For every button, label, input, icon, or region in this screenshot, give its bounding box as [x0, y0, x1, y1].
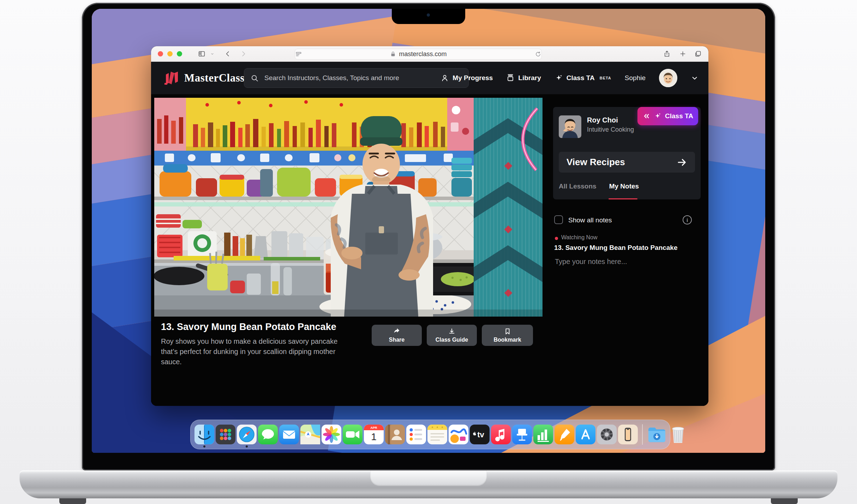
macbook-photo: Safari File Edit View History Bookmarks …: [0, 0, 857, 504]
dock-calendar-icon[interactable]: APR1: [364, 425, 384, 444]
share-arrow-icon: [393, 328, 401, 335]
share-icon[interactable]: [661, 49, 673, 59]
close-window-button[interactable]: [158, 51, 163, 56]
show-all-notes-label: Show all notes: [568, 216, 612, 224]
dock-app-store-icon[interactable]: [576, 425, 595, 444]
class-name: Intuitive Cooking: [587, 126, 634, 133]
share-button[interactable]: Share: [372, 325, 422, 346]
dock-maps-icon[interactable]: [300, 425, 320, 444]
safari-toolbar: masterclass.com: [151, 46, 708, 62]
site-search[interactable]: [244, 68, 469, 88]
address-bar[interactable]: masterclass.com: [295, 49, 542, 60]
svg-text:tv: tv: [477, 430, 484, 439]
lesson-video[interactable]: [154, 98, 543, 317]
chevron-down-icon[interactable]: [691, 74, 699, 82]
dock-tv-icon[interactable]: tv: [470, 425, 490, 444]
tab-overview-icon[interactable]: [692, 49, 704, 59]
laptop-screen: Safari File Edit View History Bookmarks …: [92, 9, 765, 453]
dock-messages-icon[interactable]: [258, 425, 278, 444]
dock-iphone-mirroring-icon[interactable]: [618, 425, 638, 444]
dock-numbers-icon[interactable]: [533, 425, 553, 444]
view-recipes-button[interactable]: View Recipes: [559, 152, 695, 173]
svg-text:1: 1: [371, 431, 377, 442]
forward-button[interactable]: [237, 49, 249, 59]
instructor-photo: [559, 115, 581, 138]
masterclass-logo-icon[interactable]: [164, 71, 180, 85]
dock-safari-icon[interactable]: [237, 425, 257, 444]
sidebar-icon[interactable]: [196, 49, 208, 59]
sparkle-icon: [654, 112, 661, 120]
dock-launchpad-icon[interactable]: [216, 425, 235, 444]
lesson-page: Roy Choi Intuitive Cooking Class TA View…: [151, 94, 708, 406]
dock-separator: [642, 424, 643, 445]
new-tab-icon[interactable]: [677, 49, 689, 59]
search-icon: [251, 74, 259, 82]
active-tab-underline: [609, 198, 637, 199]
lesson-description: Roy shows you how to make a delicious sa…: [161, 336, 352, 367]
lid-scoop: [370, 470, 487, 486]
laptop-bezel: Safari File Edit View History Bookmarks …: [82, 3, 775, 470]
info-icon[interactable]: i: [683, 215, 692, 224]
dock-pages-icon[interactable]: [555, 425, 574, 444]
dock-system-settings-icon[interactable]: [597, 425, 617, 444]
dock-freeform-icon[interactable]: [449, 425, 468, 444]
dock-facetime-icon[interactable]: [343, 425, 362, 444]
notes-input[interactable]: [554, 257, 688, 266]
tab-my-notes[interactable]: My Notes: [609, 182, 639, 194]
instructor-name: Roy Choi: [587, 116, 618, 124]
search-input[interactable]: [264, 74, 462, 82]
lesson-title: 13. Savory Mung Bean Potato Pancake: [161, 322, 336, 332]
reader-view-icon[interactable]: [295, 51, 302, 58]
nav-my-progress[interactable]: My Progress: [441, 74, 493, 82]
sidebar-chevron-icon[interactable]: [208, 49, 217, 59]
zoom-window-button[interactable]: [177, 51, 182, 56]
masterclass-header: MasterClass My Progress Library: [151, 62, 708, 94]
dock-finder-icon[interactable]: [194, 425, 214, 444]
class-ta-panel: Roy Choi Intuitive Cooking Class TA View…: [553, 107, 701, 199]
camera-dot: [427, 13, 430, 17]
watching-now-label: Watching Now: [561, 234, 598, 241]
person-icon: [441, 74, 449, 82]
collapse-chevrons-icon: [642, 112, 650, 120]
download-icon: [448, 328, 456, 335]
sparkle-icon: [555, 74, 563, 82]
bookmark-button[interactable]: Bookmark: [482, 325, 533, 346]
dock-downloads-icon[interactable]: [647, 425, 667, 444]
show-all-notes-checkbox[interactable]: [554, 215, 563, 224]
tab-all-lessons[interactable]: All Lessons: [559, 182, 597, 194]
lock-icon: [390, 51, 396, 57]
dock-mail-icon[interactable]: [279, 425, 299, 444]
svg-text:APR: APR: [370, 426, 377, 430]
minimize-window-button[interactable]: [167, 51, 173, 56]
avatar[interactable]: [659, 69, 677, 87]
bookmark-icon: [504, 328, 511, 335]
beta-badge: BETA: [600, 76, 611, 80]
panel-tabs: All Lessons My Notes: [559, 182, 639, 194]
dock-trash-icon[interactable]: [668, 425, 688, 444]
running-indicator: [246, 445, 248, 448]
nav-library[interactable]: Library: [506, 74, 541, 82]
user-name: Sophie: [625, 74, 646, 82]
masterclass-wordmark[interactable]: MasterClass: [184, 72, 245, 84]
dock-keynote-icon[interactable]: [512, 425, 532, 444]
laptop-base: [19, 470, 838, 498]
dock-notes-icon[interactable]: [427, 425, 447, 444]
display-notch: [392, 9, 465, 24]
dock: APR1 tv: [190, 420, 670, 449]
class-ta-button[interactable]: Class TA: [637, 107, 698, 125]
panel-lesson-title: 13. Savory Mung Bean Potato Pancake: [554, 244, 678, 252]
dock-music-icon[interactable]: [491, 425, 511, 444]
class-guide-button[interactable]: Class Guide: [427, 325, 477, 346]
back-button[interactable]: [222, 49, 234, 59]
running-indicator: [203, 445, 205, 448]
safari-window: masterclass.com: [151, 46, 708, 406]
reload-icon[interactable]: [535, 51, 541, 58]
url-text: masterclass.com: [399, 50, 447, 58]
dock-reminders-icon[interactable]: [406, 425, 426, 444]
library-icon: [506, 74, 515, 82]
watching-now-dot: [555, 237, 558, 240]
arrow-right-icon: [677, 157, 687, 168]
nav-class-ta[interactable]: Class TABETA: [555, 74, 611, 82]
dock-contacts-icon[interactable]: [385, 425, 405, 444]
dock-photos-icon[interactable]: [322, 425, 341, 444]
